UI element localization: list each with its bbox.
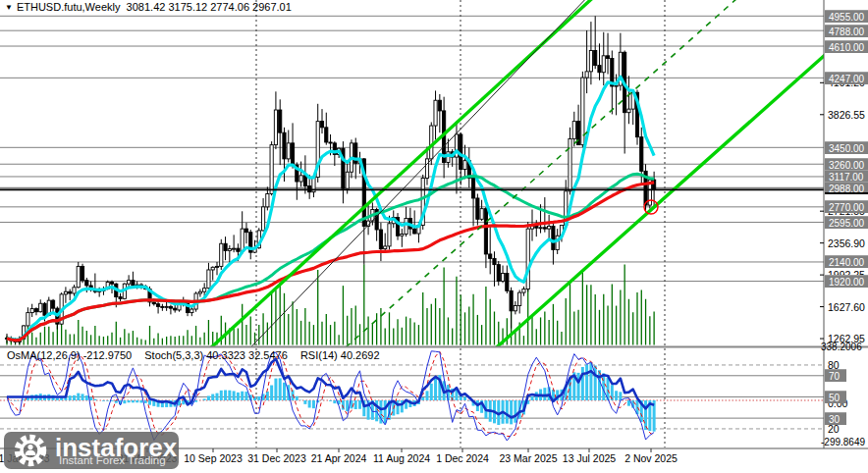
candle-body [287,143,290,159]
candle-body [627,109,630,113]
date-label: 23 Mar 2025 [500,452,558,464]
price-badge: 1920.00 [825,275,868,288]
candle-body [233,248,236,249]
indicator-max-label: 338.2006 [821,342,862,352]
candle-body [224,243,227,250]
candle-body [413,229,416,234]
price-badge: 2140.00 [825,255,868,268]
price-tick: 3826.55 [828,109,865,121]
candle-body [64,291,67,294]
candle-body [484,209,487,254]
ma-line-slow [7,183,654,341]
candle-body [169,306,172,308]
date-label: 21 Apr 2024 [311,452,367,464]
candle-body [161,306,164,307]
price-badge: 4610.00 [825,40,868,53]
candle-body [279,110,282,132]
candle-body [476,198,479,219]
candle-body [522,289,525,293]
logo-tagline-text: Instant Forex Trading [59,454,166,466]
candle-body [119,297,122,299]
candle-body [244,229,247,233]
price-badge: 2595.00 [825,216,868,229]
candle-body [320,122,323,128]
indicator-badge: 70 [825,369,846,382]
candle-body [198,291,201,293]
chart-canvas[interactable] [0,0,868,473]
candle-body [132,281,135,286]
candle-body [552,226,555,249]
candle-body [379,230,382,249]
symbol-dropdown-icon[interactable]: ▼ [5,3,13,12]
candle-body [518,292,521,305]
candle-body [325,128,328,142]
date-label: 1 Dec 2024 [436,452,489,464]
date-label: 10 Sep 2023 [184,452,243,464]
chart-title: ▼ETHUSD.futu,Weekly 3081.42 3175.12 2774… [5,1,292,13]
candle-body [594,50,597,65]
candle-body [425,159,428,179]
price-badge: 3450.00 [825,141,868,154]
candle-body [274,110,277,145]
candle-body [497,265,500,282]
instaforex-logo: instaforex Instant Forex Trading [4,432,179,469]
candle-body [346,172,349,188]
candle-body [39,303,42,311]
osma-label: OsMA(12,26,9) -212.9750 [7,349,132,361]
candle-body [220,243,223,266]
channel-support-right[interactable] [455,17,868,385]
main-panel[interactable] [0,0,868,469]
symbol-label: ETHUSD.futu,Weekly [17,1,121,13]
rsi-line [7,359,654,418]
candle-body [430,126,433,159]
candle-body [585,72,588,78]
indicator-header: OsMA(12,26,9) -212.9750 Stoch(5,3,3) 40.… [7,349,390,361]
candle-body [283,132,286,159]
date-label: 11 Aug 2024 [373,452,430,464]
date-label: 2 Nov 2025 [624,452,678,464]
candle-body [543,228,546,229]
candle-body [471,178,474,197]
price-badge: 2988.00 [825,182,868,194]
candle-body [602,56,605,73]
candle-body [589,50,592,71]
candle-body [514,305,516,310]
indicator-min-label: -299.8649 [821,437,865,447]
candle-body [526,229,529,289]
candle-body [81,266,83,280]
price-badge: 4247.00 [825,72,868,84]
candle-body [241,229,244,251]
candle-body [384,246,387,249]
ohlc-values: 3081.42 3175.12 2774.06 2967.01 [127,1,292,13]
candle-body [85,281,88,286]
candle-body [165,306,168,307]
candle-body [73,288,76,293]
candle-body [270,145,273,194]
price-badge: 4955.00 [825,10,868,23]
price-tick: 1627.60 [828,301,865,313]
candle-body [640,137,643,172]
price-tick: 2356.90 [828,237,865,249]
rsi-label: RSI(14) 40.2692 [300,349,380,361]
stoch-label: Stoch(5,3,3) 40.3323 32.5476 [144,349,288,361]
candle-body [480,209,483,220]
chart-window: ▼ETHUSD.futu,Weekly 3081.42 3175.12 2774… [0,0,868,473]
price-badge: 2770.00 [825,200,868,213]
candle-body [569,138,571,190]
candle-body [299,176,302,182]
candle-body [266,194,269,207]
channel-dashed-ray[interactable] [346,0,746,347]
candle-body [303,176,306,186]
candle-body [215,266,218,267]
date-label: 31 Dec 2023 [247,452,306,464]
candle-body [190,309,193,313]
candle-body [211,267,214,270]
channel-support-main[interactable] [79,0,599,469]
candle-body [447,152,450,163]
candle-body [203,289,206,292]
candle-body [34,309,37,312]
date-label: 13 Jul 2025 [563,452,616,464]
candle-body [463,161,466,170]
price-badge: 4788.00 [825,25,868,37]
candle-body [405,218,407,234]
